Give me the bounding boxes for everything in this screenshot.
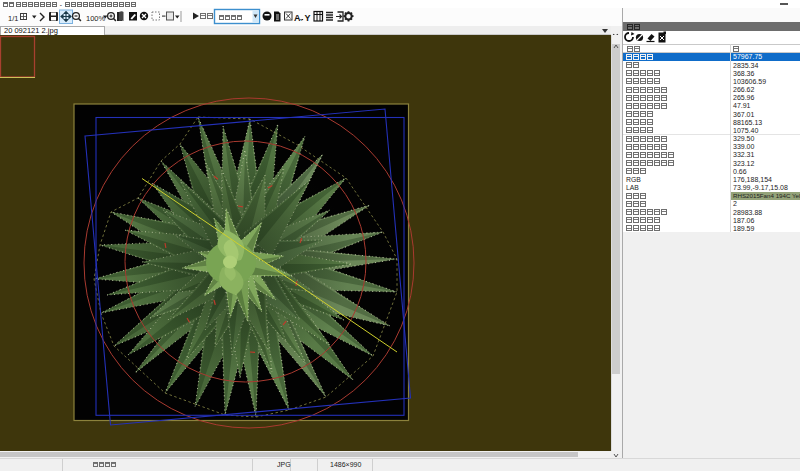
svg-text:100%: 100% (86, 14, 106, 23)
svg-text:1/1: 1/1 (8, 14, 18, 23)
svg-text:Y: Y (305, 13, 311, 23)
svg-text:A: A (294, 13, 301, 23)
